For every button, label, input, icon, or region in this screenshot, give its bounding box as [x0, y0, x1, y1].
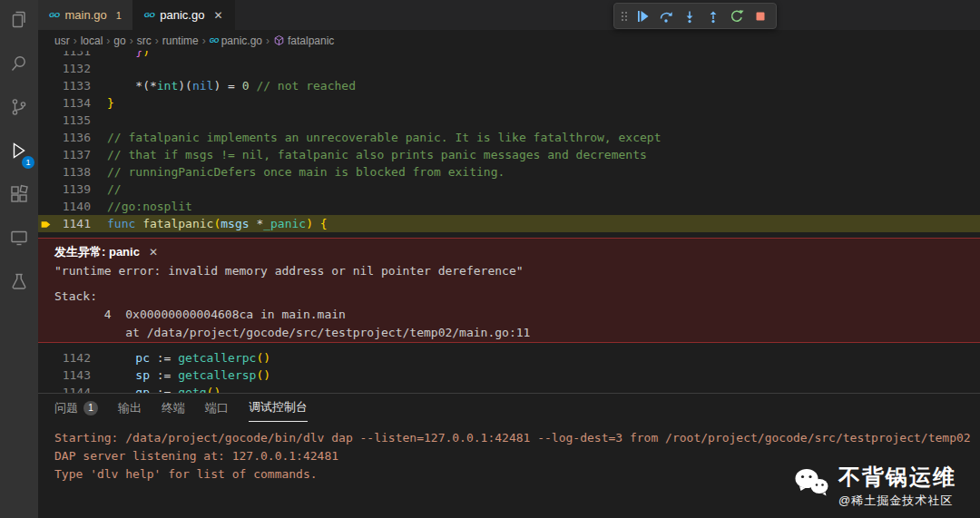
breadcrumb-item-local[interactable]: local: [81, 34, 103, 47]
code-line-1140: 1140//go:nosplit: [38, 198, 980, 215]
chevron-right-icon: ›: [106, 34, 110, 47]
token: //: [107, 182, 122, 196]
tab-label: panic.go: [160, 8, 204, 22]
code-text[interactable]: }): [107, 51, 980, 60]
close-icon[interactable]: ✕: [213, 9, 222, 22]
line-number[interactable]: 1142: [38, 349, 107, 367]
panel-tab-problems[interactable]: 问题 1: [54, 394, 98, 422]
line-number[interactable]: 1143: [38, 367, 107, 384]
sidebar-item-remote-explorer[interactable]: [0, 218, 38, 261]
line-number[interactable]: 1139: [38, 181, 107, 198]
code-text[interactable]: [107, 60, 980, 77]
token: [135, 217, 142, 230]
code-line-1131: 1131 }): [38, 51, 980, 60]
line-number[interactable]: 1136: [38, 129, 107, 146]
sidebar-item-source-control[interactable]: [0, 87, 38, 131]
token: //go:nosplit: [107, 200, 192, 213]
code-text[interactable]: gp := getg(): [107, 384, 980, 393]
debug-restart-icon[interactable]: [726, 5, 748, 27]
exception-stack-location: at /data/project/gocode/src/testproject/…: [54, 326, 980, 339]
code-text[interactable]: *(*int)(nil) = 0 // not reached: [107, 77, 980, 94]
line-number[interactable]: 1133: [38, 77, 107, 94]
sidebar-item-search[interactable]: [0, 44, 38, 87]
code-text[interactable]: // that if msgs != nil, fatalpanic also …: [107, 146, 980, 163]
breadcrumb-item-go[interactable]: go: [113, 34, 125, 47]
debug-step-into-icon[interactable]: [679, 5, 701, 27]
token: gp: [135, 386, 150, 393]
drag-grip-icon[interactable]: [619, 9, 630, 24]
token: 0: [242, 79, 250, 93]
debug-current-line-arrow-icon: [40, 218, 52, 230]
token: // that if msgs != nil, fatalpanic also …: [107, 148, 647, 161]
token: (): [207, 386, 221, 393]
token: ) =: [213, 79, 241, 93]
code-text[interactable]: }: [107, 94, 980, 112]
token: [107, 386, 135, 393]
code-text[interactable]: sp := getcallersp(): [107, 367, 980, 384]
sidebar-item-run-and-debug[interactable]: 1: [0, 131, 38, 174]
source-control-icon: [8, 96, 30, 122]
panel-tab-debug-console[interactable]: 调试控制台: [249, 394, 308, 422]
debug-step-over-icon[interactable]: [655, 5, 677, 27]
code-editor[interactable]: 1131 })11321133 *(*int)(nil) = 0 // not …: [38, 51, 980, 238]
chevron-right-icon: ›: [130, 34, 133, 47]
extensions-icon: [8, 183, 30, 209]
line-number[interactable]: 1134: [38, 94, 107, 112]
flask-icon: [8, 270, 30, 296]
line-number[interactable]: 1144: [38, 384, 107, 393]
tab-panic-go[interactable]: GO panic.go ✕: [133, 0, 235, 30]
line-number[interactable]: 1141: [38, 215, 107, 232]
panel-tab-label: 调试控制台: [249, 399, 308, 415]
token: (): [256, 351, 270, 365]
tab-problems-badge: 1: [116, 10, 122, 21]
sidebar-item-testing[interactable]: [0, 261, 38, 305]
symbol-method-icon: [273, 34, 285, 46]
line-number[interactable]: 1135: [38, 112, 107, 129]
token: int: [157, 79, 178, 93]
debug-stop-icon[interactable]: [750, 5, 771, 27]
code-text[interactable]: //: [107, 181, 980, 198]
code-editor-continued[interactable]: 1142 pc := getcallerpc()1143 sp := getca…: [38, 349, 980, 393]
console-line: DAP server listening at: 127.0.0.1:42481: [54, 447, 980, 465]
token: _panic: [263, 217, 306, 230]
breadcrumb-item-usr[interactable]: usr: [54, 34, 70, 47]
token: [107, 51, 135, 58]
chevron-right-icon: ›: [266, 34, 270, 47]
token: getg: [178, 386, 206, 393]
token: fatalpanic: [142, 217, 213, 230]
go-file-icon: GO: [49, 11, 59, 19]
panel-tab-terminal[interactable]: 终端: [162, 394, 185, 422]
code-text[interactable]: [107, 112, 980, 129]
token: func: [107, 217, 135, 230]
breadcrumb-item-panic-go[interactable]: panic.go: [221, 34, 262, 47]
panel-tab-ports[interactable]: 端口: [205, 394, 229, 422]
code-text[interactable]: //go:nosplit: [107, 198, 980, 215]
breadcrumb-item-fatalpanic[interactable]: fatalpanic: [288, 34, 334, 47]
line-number[interactable]: 1138: [38, 163, 107, 181]
line-number[interactable]: 1131: [38, 51, 107, 60]
debug-continue-icon[interactable]: [632, 5, 653, 27]
watermark: 不背锅运维 @稀土掘金技术社区: [793, 465, 956, 509]
debug-step-out-icon[interactable]: [702, 5, 724, 27]
close-icon[interactable]: ✕: [149, 246, 158, 259]
token: msgs: [220, 217, 249, 230]
panel-tab-output[interactable]: 输出: [118, 394, 142, 422]
sidebar-item-extensions[interactable]: [0, 174, 38, 218]
token: ): [142, 51, 150, 58]
code-text[interactable]: // runningPanicDefers once main is block…: [107, 163, 980, 181]
breadcrumb-item-runtime[interactable]: runtime: [162, 34, 199, 47]
files-icon: [8, 9, 30, 34]
sidebar-item-explorer[interactable]: [0, 0, 38, 44]
code-text[interactable]: // fatalpanic implements an unrecoverabl…: [107, 129, 980, 146]
code-line-1137: 1137// that if msgs != nil, fatalpanic a…: [38, 146, 980, 163]
token: [107, 351, 135, 365]
code-line-1143: 1143 sp := getcallersp(): [38, 367, 980, 384]
tab-main-go[interactable]: GO main.go 1: [38, 0, 133, 30]
code-text[interactable]: pc := getcallerpc(): [107, 349, 980, 367]
token: pc: [135, 351, 150, 365]
line-number[interactable]: 1140: [38, 198, 107, 215]
breadcrumb-item-src[interactable]: src: [137, 34, 152, 47]
code-text[interactable]: func fatalpanic(msgs *_panic) {: [107, 215, 980, 232]
line-number[interactable]: 1132: [38, 60, 107, 77]
line-number[interactable]: 1137: [38, 146, 107, 163]
